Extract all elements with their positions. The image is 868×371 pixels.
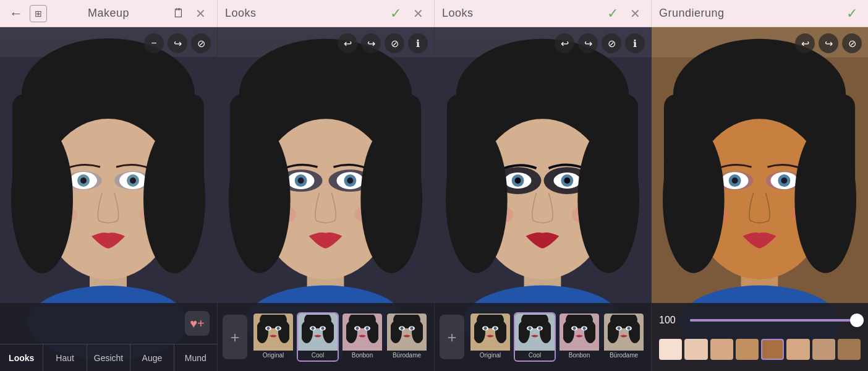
tab-gesicht[interactable]: Gesicht [87, 344, 130, 371]
color-swatches [659, 339, 861, 360]
save-button[interactable]: 🗒 [170, 5, 187, 22]
swatch-6[interactable] [812, 339, 835, 360]
svg-point-230 [781, 177, 787, 184]
svg-point-31 [298, 177, 304, 184]
redo-btn[interactable]: ↪ [168, 33, 187, 53]
look-thumb-cool[interactable]: Cool [297, 312, 339, 362]
close-button[interactable]: ✕ [192, 5, 210, 22]
svg-point-32 [347, 177, 353, 184]
look-label-burodame: Bürodame [387, 351, 427, 360]
heart-button[interactable]: ♥+ [185, 311, 210, 336]
panel2-looks-bar: ＋ Original Cool [218, 303, 434, 371]
crop-btn[interactable]: ⊘ [191, 33, 211, 53]
swatch-1[interactable] [684, 339, 707, 360]
panel3-info[interactable]: ℹ [625, 33, 645, 53]
svg-point-12 [80, 177, 87, 184]
panel1-bottom: ♥+ Looks Haut Gesicht Auge Mund [0, 303, 217, 371]
svg-point-36 [360, 125, 422, 273]
svg-point-17 [143, 125, 205, 273]
tab-haut[interactable]: Haut [43, 344, 87, 371]
swatch-3[interactable] [736, 339, 759, 360]
grid-icon[interactable]: ⊞ [30, 5, 47, 22]
swatch-4[interactable] [761, 339, 784, 360]
svg-point-68 [401, 327, 404, 330]
panel1-image: − ↪ ⊘ ♥+ Looks Haut Gesicht Auge Mund [0, 27, 217, 371]
look-label-original: Original [470, 351, 510, 360]
panel2-undo[interactable]: ↩ [338, 33, 357, 53]
panel1-header: ← ⊞ Makeup 🗒 ✕ [0, 0, 217, 27]
bottom-tabs: Looks Haut Gesicht Auge Mund [0, 344, 217, 371]
panel2-overlay-btns: ↩ ↪ ⊘ ℹ [338, 33, 428, 53]
look-label-cool: Cool [298, 351, 338, 360]
back-button[interactable]: ← [7, 5, 25, 22]
panel4-foundation-bar: 100 [652, 303, 868, 371]
panel2-close[interactable]: ✕ [409, 5, 427, 22]
panel3-looks-bar: ＋ Original Cool [435, 303, 651, 371]
tab-auge[interactable]: Auge [130, 344, 174, 371]
add-look-button[interactable]: ＋ [223, 315, 247, 359]
panel1-overlay-btns: − ↪ ⊘ [144, 33, 211, 53]
svg-point-134 [446, 125, 508, 273]
panel2-redo[interactable]: ↪ [361, 33, 381, 53]
look-label-bonbon: Bonbon [343, 351, 382, 360]
panel4-check[interactable]: ✓ [843, 5, 861, 22]
tab-looks[interactable]: Looks [0, 344, 43, 371]
panel3-check[interactable]: ✓ [604, 5, 621, 22]
panel2-image: ↩ ↪ ⊘ ℹ ＋ Original [217, 27, 434, 371]
panel3-image: ↩ ↪ ⊘ ℹ ＋ Original [434, 27, 651, 371]
panel4-crop[interactable]: ⊘ [842, 33, 862, 53]
look-thumb-original[interactable]: Original [252, 312, 294, 362]
panel4-redo[interactable]: ↪ [819, 33, 838, 53]
svg-point-229 [732, 177, 738, 184]
look-label-bonbon: Bonbon [560, 351, 599, 360]
svg-point-151 [529, 327, 532, 330]
svg-point-144 [494, 327, 497, 330]
svg-point-13 [130, 177, 136, 184]
panel3-close[interactable]: ✕ [626, 5, 644, 22]
look-thumb-cool[interactable]: Cool [514, 312, 556, 362]
panel4-actions: ✓ [843, 5, 861, 22]
panel3-title: Looks [442, 7, 474, 20]
panel1-title: Makeup [88, 7, 129, 20]
tab-mund[interactable]: Mund [174, 344, 217, 371]
svg-point-130 [515, 177, 521, 184]
swatch-7[interactable] [838, 339, 861, 360]
panel2-header: Looks ✓ ✕ [217, 0, 434, 27]
top-bar: ← ⊞ Makeup 🗒 ✕ Looks ✓ ✕ Looks ✓ ✕ Grund… [0, 0, 868, 27]
svg-point-60 [356, 327, 359, 330]
swatch-0[interactable] [659, 339, 682, 360]
svg-point-69 [411, 327, 414, 330]
panel4-undo[interactable]: ↩ [795, 33, 815, 53]
panel3-crop[interactable]: ⊘ [602, 33, 621, 53]
svg-point-160 [583, 327, 586, 330]
svg-point-52 [312, 327, 315, 330]
panel3-header: Looks ✓ ✕ [434, 0, 651, 27]
swatch-2[interactable] [710, 339, 733, 360]
svg-point-167 [618, 327, 621, 330]
minus-btn[interactable]: − [144, 33, 164, 53]
look-thumb-burodame[interactable]: Bürodame [386, 312, 428, 362]
panel2-crop[interactable]: ⊘ [385, 33, 404, 53]
look-label-original: Original [253, 351, 293, 360]
look-thumb-original[interactable]: Original [469, 312, 511, 362]
opacity-slider[interactable] [690, 319, 861, 322]
swatch-5[interactable] [786, 339, 809, 360]
svg-point-61 [366, 327, 369, 330]
look-label-burodame: Bürodame [604, 351, 644, 360]
svg-point-45 [277, 327, 280, 330]
panel2-check[interactable]: ✓ [387, 5, 404, 22]
panel2-info[interactable]: ℹ [408, 33, 428, 53]
panel3-actions: ✓ ✕ [604, 5, 644, 22]
panel3-redo[interactable]: ↪ [578, 33, 598, 53]
panel4-overlay-btns: ↩ ↪ ⊘ [795, 33, 862, 53]
look-thumb-burodame[interactable]: Bürodame [603, 312, 645, 362]
panel3-overlay-btns: ↩ ↪ ⊘ ℹ [555, 33, 645, 53]
look-thumb-bonbon[interactable]: Bonbon [341, 312, 383, 362]
svg-point-159 [573, 327, 576, 330]
panel3-undo[interactable]: ↩ [555, 33, 574, 53]
panel2-title: Looks [225, 7, 257, 20]
look-thumb-bonbon[interactable]: Bonbon [558, 312, 600, 362]
svg-point-53 [321, 327, 325, 330]
panel3-add-look[interactable]: ＋ [440, 315, 464, 359]
panel4-image: ↩ ↪ ⊘ 100 [651, 27, 868, 371]
